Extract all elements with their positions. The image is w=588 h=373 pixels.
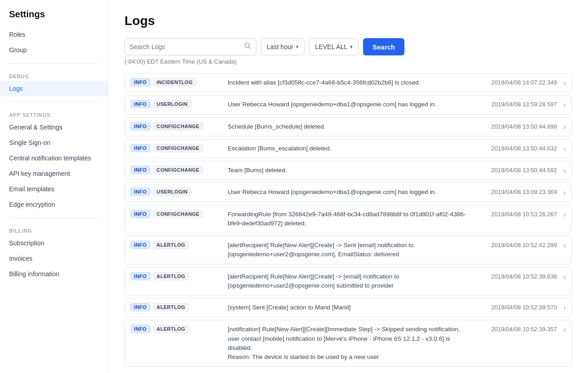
log-message: Team [Bums] deleted.: [221, 166, 476, 175]
svg-line-1: [249, 47, 251, 49]
expand-icon: ›: [563, 325, 566, 334]
log-row[interactable]: INFO ALERTLOG [notification] Rule[New Al…: [125, 320, 572, 367]
type-badge: ALERTLOG: [153, 325, 189, 333]
chevron-down-icon: ▾: [296, 44, 299, 50]
page-title: Logs: [125, 14, 572, 28]
type-badge: ALERTLOG: [153, 272, 189, 280]
log-row[interactable]: INFO ALERTLOG [alertRecipient] Rule[New …: [125, 267, 572, 296]
badge-group: INFO ALERTLOG: [130, 241, 221, 249]
log-row[interactable]: INFO USERLOGIN User Rebecca Howard [opsg…: [125, 183, 572, 202]
timezone-note: (-04:00) EDT Eastern Time (US & Canada): [125, 58, 572, 65]
type-badge: INCIDENTLOG: [153, 78, 196, 86]
log-row[interactable]: INFO ALERTLOG [alertRecipient] Rule[New …: [125, 236, 572, 264]
level-badge: INFO: [130, 272, 150, 280]
level-filter-dropdown[interactable]: LEVEL ALL ▾: [309, 38, 359, 55]
level-badge: INFO: [130, 241, 150, 249]
log-message: [system] Sent [Create] action to Marid […: [221, 303, 476, 312]
search-input[interactable]: [130, 43, 241, 50]
log-message: [alertRecipient] Rule[New Alert][Create]…: [221, 272, 476, 291]
level-badge: INFO: [130, 78, 150, 86]
sidebar-item-api-keys[interactable]: API key management: [0, 166, 108, 181]
level-badge: INFO: [130, 166, 150, 174]
chevron-down-icon-level: ▾: [350, 44, 353, 50]
sidebar-item-billing-info[interactable]: Billing information: [0, 266, 108, 282]
log-timestamp: 2019/04/08 13:59:28.597: [476, 100, 560, 108]
level-badge: INFO: [130, 303, 150, 311]
type-badge: USERLOGIN: [153, 100, 191, 108]
log-row[interactable]: INFO ALERTLOG [system] Sent [Create] act…: [125, 298, 572, 317]
badge-group: INFO USERLOGIN: [130, 188, 221, 196]
sidebar-item-subscription[interactable]: Subscription: [0, 235, 108, 251]
sidebar-divider-billing: [9, 218, 99, 218]
search-button[interactable]: Search: [363, 38, 404, 55]
sidebar-divider-debug: [9, 63, 99, 64]
log-row[interactable]: INFO CONFIGCHANGE Team [Bums] deleted. 2…: [125, 161, 572, 180]
level-badge: INFO: [130, 325, 150, 333]
sidebar-item-group[interactable]: Group: [0, 42, 108, 58]
log-row[interactable]: INFO CONFIGCHANGE ForwardingRule [from 3…: [125, 205, 572, 234]
sidebar-section-app: APP SETTINGS: [0, 108, 108, 119]
log-timestamp: 2019/04/08 10:52:39.836: [476, 272, 560, 280]
log-timestamp: 2019/04/08 14:07:22.349: [476, 78, 560, 86]
badge-group: INFO ALERTLOG: [130, 303, 221, 311]
badge-group: INFO CONFIGCHANGE: [130, 144, 221, 152]
level-badge: INFO: [130, 144, 150, 152]
level-badge: INFO: [130, 100, 150, 108]
log-message: Schedule [Bums_schedule] deleted.: [221, 122, 476, 131]
sidebar-item-notification-templates[interactable]: Central notification templates: [0, 150, 108, 166]
expand-icon: ›: [563, 144, 566, 153]
expand-icon: ›: [563, 188, 566, 197]
log-message: User Rebecca Howard [opsgeniedemo+dba1@o…: [221, 188, 476, 197]
sidebar-title: Settings: [0, 9, 108, 27]
sidebar: Settings Roles Group DEBUG Logs APP SETT…: [0, 0, 108, 373]
logs-list: INFO INCIDENTLOG Incident with alias [cf…: [125, 73, 572, 367]
sidebar-section-billing: BILLING: [0, 224, 108, 235]
toolbar: Last hour ▾ LEVEL ALL ▾ Search: [125, 38, 572, 55]
log-row[interactable]: INFO CONFIGCHANGE Escalation [Bums_escal…: [125, 139, 572, 158]
level-filter-label: LEVEL ALL: [315, 43, 347, 50]
type-badge: CONFIGCHANGE: [153, 122, 203, 130]
log-timestamp: 2019/04/08 10:53:26.267: [476, 210, 560, 218]
badge-group: INFO ALERTLOG: [130, 272, 221, 280]
type-badge: CONFIGCHANGE: [153, 144, 203, 152]
level-badge: INFO: [130, 122, 150, 130]
log-timestamp: 2019/04/08 13:50:44.632: [476, 144, 560, 152]
log-message: Escalation [Bums_escalation] deleted.: [221, 144, 476, 153]
log-row[interactable]: INFO USERLOGIN User Rebecca Howard [opsg…: [125, 95, 572, 114]
sidebar-item-roles[interactable]: Roles: [0, 27, 108, 42]
log-message: [notification] Rule[New Alert][Create][I…: [221, 325, 476, 362]
type-badge: CONFIGCHANGE: [153, 210, 203, 218]
expand-icon: ›: [563, 166, 566, 175]
level-badge: INFO: [130, 188, 150, 196]
sidebar-item-invoices[interactable]: Invoices: [0, 251, 108, 266]
sidebar-item-logs[interactable]: Logs: [0, 81, 108, 96]
expand-icon: ›: [563, 241, 566, 250]
type-badge: CONFIGCHANGE: [153, 166, 203, 174]
time-filter-dropdown[interactable]: Last hour ▾: [261, 38, 304, 55]
log-timestamp: 2019/04/08 10:52:39.357: [476, 325, 560, 333]
sidebar-divider-app: [9, 102, 99, 102]
search-box[interactable]: [125, 38, 256, 55]
type-badge: ALERTLOG: [153, 303, 189, 311]
log-row[interactable]: INFO CONFIGCHANGE Schedule [Bums_schedul…: [125, 117, 572, 136]
log-timestamp: 2019/04/08 13:50:44.899: [476, 122, 560, 130]
badge-group: INFO CONFIGCHANGE: [130, 210, 221, 218]
search-icon: [244, 42, 251, 51]
sidebar-item-general[interactable]: General & Settings: [0, 119, 108, 135]
log-row[interactable]: INFO INCIDENTLOG Incident with alias [cf…: [125, 73, 572, 92]
time-filter-label: Last hour: [267, 43, 293, 50]
log-message: Incident with alias [cf3d058c-cce7-4a66-…: [221, 78, 476, 87]
sidebar-item-email-templates[interactable]: Email templates: [0, 181, 108, 197]
sidebar-item-sso[interactable]: Single Sign-on: [0, 135, 108, 150]
sidebar-item-edge-encryption[interactable]: Edge encryption: [0, 197, 108, 212]
expand-icon: ›: [563, 78, 566, 87]
badge-group: INFO CONFIGCHANGE: [130, 122, 221, 130]
log-timestamp: 2019/04/08 10:52:42.299: [476, 241, 560, 249]
expand-icon: ›: [563, 100, 566, 109]
log-message: [alertRecipient] Rule[New Alert][Create]…: [221, 241, 476, 259]
badge-group: INFO INCIDENTLOG: [130, 78, 221, 86]
log-message: User Rebecca Howard [opsgeniedemo+dba1@o…: [221, 100, 476, 109]
log-timestamp: 2019/04/08 10:52:39.570: [476, 303, 560, 311]
log-timestamp: 2019/04/08 13:09:23.369: [476, 188, 560, 195]
expand-icon: ›: [563, 210, 566, 219]
